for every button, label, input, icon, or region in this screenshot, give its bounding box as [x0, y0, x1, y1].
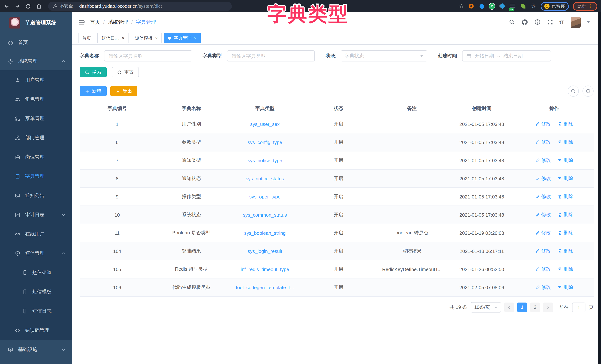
- delete-link[interactable]: 删除: [558, 139, 573, 145]
- dict-type-link[interactable]: sys_notice_status: [228, 176, 302, 181]
- dict-name-input[interactable]: [104, 50, 192, 61]
- breadcrumb-home[interactable]: 首页: [90, 19, 100, 25]
- dict-type-link[interactable]: sys_notice_type: [228, 158, 302, 163]
- trash-icon: [558, 122, 562, 126]
- sidebar-item-post-mgmt[interactable]: 岗位管理: [0, 147, 72, 167]
- delete-link[interactable]: 删除: [558, 230, 573, 236]
- edit-link[interactable]: 修改: [535, 157, 551, 164]
- app-logo-row[interactable]: 芋道管理系统: [0, 12, 72, 33]
- sidebar-item-sms-mgmt[interactable]: 短信管理: [0, 244, 72, 263]
- sidebar-item-menu-mgmt[interactable]: 菜单管理: [0, 109, 72, 128]
- sidebar-item-dept-mgmt[interactable]: 部门管理: [0, 128, 72, 147]
- sidebar-item-notice[interactable]: 通知公告: [0, 186, 72, 205]
- dict-type-link[interactable]: sys_common_status: [228, 212, 302, 218]
- status-select[interactable]: 字典状态: [341, 50, 427, 61]
- sidebar-item-user-mgmt[interactable]: 用户管理: [0, 70, 72, 90]
- delete-link[interactable]: 删除: [558, 193, 573, 200]
- home-icon[interactable]: [36, 3, 42, 9]
- tab-dict-mgmt[interactable]: 字典管理 ×: [164, 33, 201, 43]
- delete-link[interactable]: 删除: [558, 266, 573, 273]
- delete-link[interactable]: 删除: [558, 175, 573, 182]
- sidebar-item-online-users[interactable]: 在线用户: [0, 224, 72, 244]
- dict-type-link[interactable]: sys_login_result: [228, 248, 302, 254]
- delete-link[interactable]: 删除: [558, 248, 573, 254]
- dict-type-link[interactable]: sys_oper_type: [228, 194, 302, 199]
- dict-type-link[interactable]: sys_config_type: [228, 139, 302, 145]
- sidebar-item-sms-log[interactable]: 短信日志: [0, 301, 72, 321]
- avatar-dropdown-caret-icon[interactable]: [587, 21, 590, 23]
- dict-type-link[interactable]: inf_redis_timeout_type: [228, 266, 302, 272]
- sidebar-item-role-mgmt[interactable]: 角色管理: [0, 90, 72, 109]
- edit-link[interactable]: 修改: [535, 230, 551, 236]
- fullscreen-icon[interactable]: [547, 19, 553, 25]
- breadcrumb-system[interactable]: 系统管理: [108, 19, 128, 25]
- edit-link[interactable]: 修改: [535, 212, 551, 218]
- github-icon[interactable]: [521, 19, 528, 25]
- paused-extension-pill[interactable]: 已暂停: [541, 2, 569, 10]
- sidebar-item-home[interactable]: 首页: [0, 33, 72, 52]
- extension-diamond-icon[interactable]: [499, 3, 505, 9]
- delete-link[interactable]: 删除: [558, 284, 573, 291]
- edit-link[interactable]: 修改: [535, 139, 551, 145]
- sidebar-item-audit-log[interactable]: 审计日志: [0, 205, 72, 224]
- next-page-button[interactable]: [543, 303, 553, 312]
- pagination: 共 19 条 10条/页 1 2 前往 页: [80, 302, 594, 316]
- edit-link[interactable]: 修改: [535, 248, 551, 254]
- extension-leaf-icon[interactable]: [520, 3, 526, 9]
- date-range-picker[interactable]: 开始日期 ~ 结束日期: [462, 50, 551, 61]
- page-button-1[interactable]: 1: [517, 303, 527, 312]
- tab-home[interactable]: 首页: [78, 33, 95, 43]
- search-button[interactable]: 搜索: [80, 67, 107, 77]
- bookmark-star-icon[interactable]: ☆: [459, 3, 464, 10]
- toggle-search-icon[interactable]: [568, 86, 579, 97]
- tab-sms-template[interactable]: 短信模板 ×: [131, 33, 162, 43]
- edit-link[interactable]: 修改: [535, 121, 551, 127]
- dict-type-link[interactable]: tool_codegen_template_t...: [228, 284, 302, 290]
- back-icon[interactable]: [4, 3, 10, 9]
- add-button[interactable]: 新增: [80, 86, 107, 96]
- dict-type-link[interactable]: sys_user_sex: [228, 121, 302, 127]
- sidebar-item-system[interactable]: 系统管理: [0, 52, 72, 70]
- sidebar-item-sms-template[interactable]: 短信模板: [0, 282, 72, 301]
- delete-link[interactable]: 删除: [558, 121, 573, 127]
- close-tab-icon[interactable]: ×: [122, 36, 124, 40]
- tab-sms-log[interactable]: 短信日志 ×: [97, 33, 129, 43]
- edit-link[interactable]: 修改: [535, 266, 551, 273]
- forward-icon[interactable]: [14, 3, 20, 9]
- browser-menu-icon[interactable]: ⋮: [588, 3, 593, 9]
- page-button-2[interactable]: 2: [530, 303, 540, 312]
- help-icon[interactable]: [534, 19, 541, 25]
- extension-list-on-icon[interactable]: on: [510, 3, 516, 9]
- sidebar-item-dict-mgmt[interactable]: 字典管理: [0, 167, 72, 186]
- dict-type-link[interactable]: sys_boolean_string: [228, 230, 302, 236]
- dict-type-input[interactable]: [227, 50, 315, 61]
- user-avatar[interactable]: [571, 17, 581, 28]
- refresh-table-icon[interactable]: [582, 86, 594, 97]
- delete-link[interactable]: 删除: [558, 157, 573, 164]
- collapse-sidebar-icon[interactable]: [78, 19, 85, 25]
- edit-link[interactable]: 修改: [535, 284, 551, 291]
- page-size-select[interactable]: 10条/页: [471, 302, 501, 313]
- font-size-icon[interactable]: tT: [560, 19, 564, 25]
- prev-page-button[interactable]: [504, 303, 514, 312]
- delete-link[interactable]: 删除: [558, 212, 573, 218]
- main-area: 首页 / 系统管理 / 字典管理 tT: [72, 12, 601, 364]
- search-icon[interactable]: [509, 19, 515, 25]
- export-button[interactable]: 导出: [110, 86, 137, 96]
- sidebar-item-infrastructure[interactable]: 基础设施: [0, 340, 72, 359]
- extension-orange-icon[interactable]: [468, 3, 474, 9]
- extension-figure-icon[interactable]: ☃: [530, 3, 537, 9]
- close-tab-icon[interactable]: ×: [194, 36, 197, 40]
- goto-page-input[interactable]: [572, 303, 585, 312]
- address-bar[interactable]: 不安全 dashboard.yudao.iocoder.cn/system/di…: [48, 2, 232, 10]
- edit-link[interactable]: 修改: [535, 175, 551, 182]
- extension-blue-drop-icon[interactable]: [478, 3, 485, 9]
- sidebar-item-sms-channel[interactable]: 短信渠道: [0, 263, 72, 282]
- sidebar-item-error-code[interactable]: 错误码管理: [0, 321, 72, 340]
- edit-link[interactable]: 修改: [535, 193, 551, 200]
- reset-button[interactable]: 重置: [112, 67, 139, 77]
- extension-green-circle-icon[interactable]: 2: [489, 3, 495, 9]
- close-tab-icon[interactable]: ×: [155, 36, 158, 40]
- reload-icon[interactable]: [25, 3, 31, 9]
- browser-update-button[interactable]: 更新 ⋮: [573, 2, 597, 10]
